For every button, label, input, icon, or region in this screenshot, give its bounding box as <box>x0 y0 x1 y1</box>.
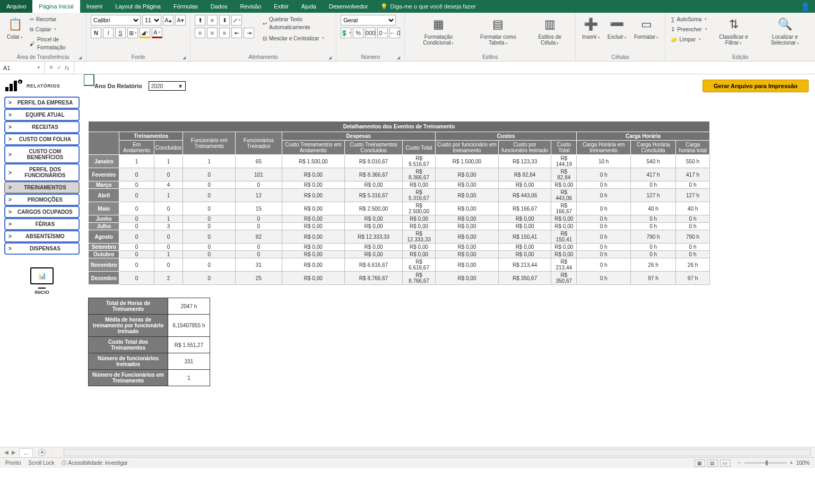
fill-color-button[interactable]: ◢ <box>140 28 150 38</box>
enter-formula-icon[interactable]: ✓ <box>57 64 62 71</box>
increase-font-icon[interactable]: A▴ <box>163 15 174 25</box>
sidebar-item-8[interactable]: >CARGOS OCUPADOS <box>4 206 80 218</box>
format-cells-button[interactable]: ▭Formatar <box>632 15 661 41</box>
cond-format-icon: ▦ <box>430 16 447 33</box>
status-accessibility[interactable]: ⓘ Acessibilidade: investigar <box>62 459 128 467</box>
sort-filter-button[interactable]: ⇅Classificar e Filtrar <box>712 15 756 47</box>
merge-center-button[interactable]: ⊟Mesclar e Centralizar <box>262 34 332 43</box>
view-normal-icon[interactable]: ▦ <box>695 459 705 467</box>
sidebar-item-1[interactable]: >EQUIPE ATUAL <box>4 109 80 121</box>
sidebar-header: $ RELATÓRIOS <box>4 77 80 94</box>
format-painter-button[interactable]: 🖌Pincel de Formatação <box>29 35 82 52</box>
zoom-level[interactable]: 100% <box>796 460 810 466</box>
dialog-launcher-icon[interactable]: ◢ <box>79 55 82 60</box>
fx-icon[interactable]: fx <box>65 65 70 71</box>
comma-format-icon[interactable]: 000 <box>365 28 376 38</box>
inicio-button[interactable]: 📊 INICIO <box>4 267 80 295</box>
tab-help[interactable]: Ajuda <box>295 0 323 13</box>
italic-button[interactable]: I <box>103 28 114 38</box>
sheet-nav-next[interactable]: ▶ <box>12 449 16 455</box>
fill-button[interactable]: ↧Preencher <box>670 25 708 34</box>
delete-cells-button[interactable]: ➖Excluir <box>605 15 629 41</box>
align-top-icon[interactable]: ⬆ <box>195 15 205 25</box>
align-left-icon[interactable]: ≡ <box>195 28 205 38</box>
cell-styles-button[interactable]: ▥Estilos de Célula <box>528 15 571 47</box>
share-icon[interactable]: 👤 <box>801 2 810 11</box>
horizontal-scrollbar[interactable] <box>64 449 811 456</box>
percent-format-icon[interactable]: % <box>353 28 363 38</box>
table-row: Dezembro02025R$ 0,00R$ 8.766,67R$ 8.766,… <box>89 272 710 285</box>
font-color-button[interactable]: A <box>152 28 162 38</box>
status-scroll-lock: Scroll Lock <box>28 460 54 466</box>
view-page-layout-icon[interactable]: ▤ <box>707 459 718 467</box>
font-size-select[interactable]: 11 <box>142 15 161 25</box>
sidebar-item-11[interactable]: >DISPENSAS <box>4 242 80 255</box>
training-events-table: Detalhamentos dos Eventos de Treinamento… <box>88 121 710 285</box>
accounting-format-icon[interactable]: 💲 <box>341 28 351 38</box>
align-center-icon[interactable]: ≡ <box>207 28 218 38</box>
tab-file[interactable]: Arquivo <box>0 0 32 13</box>
autosum-button[interactable]: ∑AutoSoma <box>670 15 708 24</box>
table-row: Outubro0100R$ 0,00R$ 0,00R$ 0,00R$ 0,00R… <box>89 251 710 258</box>
sidebar-item-10[interactable]: >ABSENTEÍSMO <box>4 230 80 242</box>
indent-increase-icon[interactable]: ⇥ <box>244 28 254 38</box>
paste-button[interactable]: 📋Colar <box>4 15 25 41</box>
formula-input[interactable] <box>74 62 815 74</box>
generate-print-button[interactable]: Gerar Arquivo para Impressão <box>703 80 809 92</box>
increase-decimal-icon[interactable]: .0→ <box>377 28 388 38</box>
sidebar-item-0[interactable]: >PERFIL DA EMPRESA <box>4 97 80 109</box>
tab-insert[interactable]: Inserir <box>80 0 109 13</box>
clear-button[interactable]: 🧽Limpar <box>670 35 708 44</box>
sheet-nav-prev[interactable]: ◀ <box>4 449 8 455</box>
tab-layout[interactable]: Layout da Página <box>109 0 167 13</box>
align-bottom-icon[interactable]: ⬇ <box>219 15 230 25</box>
copy-button[interactable]: ⧉Copiar <box>29 25 82 34</box>
zoom-in-button[interactable]: + <box>790 460 793 466</box>
sheet-tab-active[interactable]: ... <box>19 448 33 457</box>
clipboard-icon: 📋 <box>6 16 23 33</box>
find-select-button[interactable]: 🔍Localizar e Selecionar <box>759 15 811 47</box>
sidebar-item-9[interactable]: >FÉRIAS <box>4 218 80 230</box>
format-as-table-button[interactable]: ▤Formatar como Tabela <box>471 15 525 47</box>
tab-data[interactable]: Dados <box>204 0 234 13</box>
new-sheet-button[interactable]: + <box>38 449 46 456</box>
tab-review[interactable]: Revisão <box>234 0 268 13</box>
sidebar-item-6[interactable]: >TREINAMENTOS <box>4 181 80 194</box>
year-select[interactable]: 2020▼ <box>149 81 186 91</box>
font-name-select[interactable]: Calibri <box>91 15 141 25</box>
align-right-icon[interactable]: ≡ <box>219 28 230 38</box>
selected-cell-a1[interactable] <box>84 74 94 86</box>
underline-button[interactable]: S <box>115 28 126 38</box>
tell-me[interactable]: 💡Diga-me o que você deseja fazer <box>374 0 482 13</box>
name-box[interactable]: A1▼ <box>0 62 45 74</box>
tab-view[interactable]: Exibir <box>267 0 295 13</box>
align-middle-icon[interactable]: ≡ <box>207 15 218 25</box>
wrap-text-button[interactable]: ↩Quebrar Texto Automaticamente <box>262 15 332 32</box>
sidebar-item-2[interactable]: >RECEITAS <box>4 121 80 133</box>
sidebar-item-5[interactable]: >PERFIL DOS FUNCIONÁRIOS <box>4 163 80 181</box>
dialog-launcher-icon[interactable]: ◢ <box>328 55 332 60</box>
tab-home[interactable]: Página Inicial <box>32 0 80 13</box>
number-format-select[interactable]: Geral <box>341 15 396 25</box>
tab-developer[interactable]: Desenvolvedor <box>323 0 374 13</box>
decrease-font-icon[interactable]: A▾ <box>175 15 186 25</box>
bold-button[interactable]: N <box>91 28 101 38</box>
decrease-decimal-icon[interactable]: ←.0 <box>389 28 400 38</box>
dialog-launcher-icon[interactable]: ◢ <box>397 55 400 60</box>
view-page-break-icon[interactable]: ▭ <box>720 459 731 467</box>
cut-button[interactable]: ✂Recortar <box>29 15 82 24</box>
sidebar-item-7[interactable]: >PROMOÇÕES <box>4 194 80 206</box>
borders-button[interactable]: ⊞ <box>127 28 138 38</box>
sidebar-item-3[interactable]: >CUSTO COM FOLHA <box>4 133 80 145</box>
insert-cells-button[interactable]: ➕Inserir <box>580 15 602 41</box>
dialog-launcher-icon[interactable]: ◢ <box>183 55 186 60</box>
zoom-out-button[interactable]: − <box>738 460 741 466</box>
conditional-format-button[interactable]: ▦Formatação Condicional <box>409 15 467 47</box>
cancel-formula-icon[interactable]: ✕ <box>49 64 54 71</box>
search-icon: 🔍 <box>776 16 793 33</box>
tab-formulas[interactable]: Fórmulas <box>167 0 204 13</box>
zoom-slider[interactable] <box>744 462 787 464</box>
indent-decrease-icon[interactable]: ⇤ <box>231 28 242 38</box>
sidebar-item-4[interactable]: >CUSTO COM BENENFÍCIOS <box>4 145 80 163</box>
orientation-icon[interactable]: ⤢ <box>231 15 242 25</box>
